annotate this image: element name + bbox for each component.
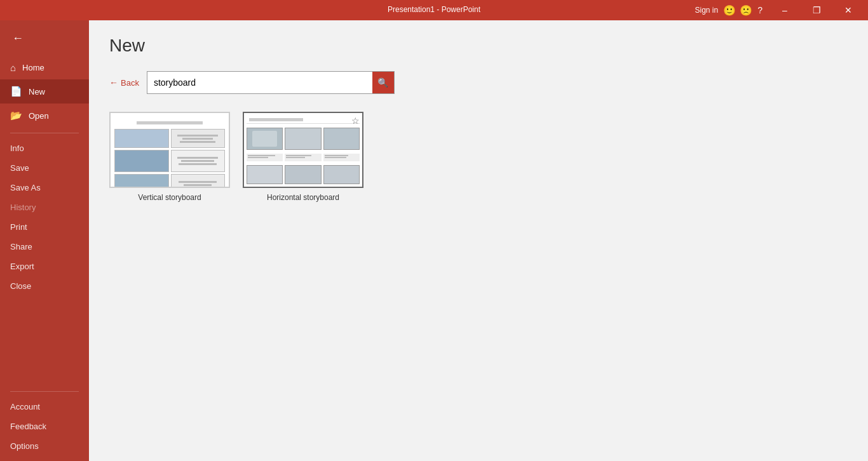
sad-face-icon[interactable]: 🙁 — [740, 4, 752, 17]
sidebar-top: ← ⌂ Home 📄 New 📂 Open Info Save — [0, 20, 89, 386]
sidebar-item-export[interactable]: Export — [0, 257, 89, 276]
sidebar-item-account[interactable]: Account — [0, 397, 89, 417]
app-title: Presentation1 - PowerPoint — [388, 5, 480, 14]
sidebar-item-print[interactable]: Print — [0, 217, 89, 237]
sidebar-item-history[interactable]: History — [0, 197, 89, 217]
sidebar-item-share[interactable]: Share — [0, 237, 89, 257]
help-button[interactable]: ? — [757, 5, 763, 15]
sidebar-item-feedback[interactable]: Feedback — [0, 417, 89, 436]
search-area: ← Back 🔍 — [109, 71, 848, 94]
search-icon: 🔍 — [377, 77, 388, 88]
app-body: ← ⌂ Home 📄 New 📂 Open Info Save — [0, 20, 868, 461]
search-input[interactable] — [147, 74, 372, 91]
horizontal-storyboard-thumbnail: ☆ — [243, 112, 363, 188]
sidebar-item-save[interactable]: Save — [0, 158, 89, 178]
window-controls: – ❐ ✕ — [770, 0, 863, 20]
sign-in-button[interactable]: Sign in — [695, 6, 719, 15]
main-content: New ← Back 🔍 — [89, 20, 868, 461]
search-box: 🔍 — [147, 71, 395, 94]
restore-button[interactable]: ❐ — [802, 0, 831, 20]
sidebar-item-save-as[interactable]: Save As — [0, 178, 89, 197]
sidebar-divider-2 — [10, 391, 79, 392]
pin-icon: ☆ — [351, 116, 360, 126]
minimize-button[interactable]: – — [770, 0, 799, 20]
sidebar-item-open-label: Open — [29, 111, 49, 121]
vertical-storyboard-label: Vertical storyboard — [138, 193, 201, 202]
sidebar-item-options[interactable]: Options — [0, 436, 89, 456]
home-icon: ⌂ — [10, 62, 16, 73]
template-card-vertical-storyboard[interactable]: Vertical storyboard — [109, 112, 230, 202]
sidebar-item-home-label: Home — [22, 63, 44, 72]
back-button-label: Back — [121, 78, 139, 88]
template-grid: Vertical storyboard — [109, 112, 848, 202]
feedback-icons: 🙂 🙁 — [723, 4, 752, 17]
sidebar-back-button[interactable]: ← — [5, 25, 31, 51]
back-button[interactable]: ← Back — [109, 77, 139, 88]
sidebar-item-close[interactable]: Close — [0, 276, 89, 296]
title-bar-right: Sign in 🙂 🙁 ? – ❐ ✕ — [695, 0, 864, 20]
sidebar-bottom: Account Feedback Options — [0, 386, 89, 461]
sidebar: ← ⌂ Home 📄 New 📂 Open Info Save — [0, 20, 89, 461]
back-arrow-icon: ← — [109, 77, 118, 88]
pin-button[interactable]: ☆ — [351, 116, 360, 126]
horizontal-storyboard-label: Horizontal storyboard — [267, 193, 339, 202]
vertical-storyboard-thumbnail — [109, 112, 230, 188]
sidebar-item-home[interactable]: ⌂ Home — [0, 56, 89, 79]
sidebar-divider-1 — [10, 133, 79, 133]
happy-face-icon[interactable]: 🙂 — [723, 4, 736, 17]
title-bar: Presentation1 - PowerPoint Sign in 🙂 🙁 ?… — [0, 0, 868, 20]
sidebar-item-new-label: New — [29, 87, 45, 97]
template-card-horizontal-storyboard[interactable]: ☆ Horizontal storyboard — [243, 112, 363, 202]
sidebar-item-info[interactable]: Info — [0, 138, 89, 158]
open-folder-icon: 📂 — [10, 110, 22, 121]
sidebar-item-new[interactable]: 📄 New — [0, 79, 89, 104]
page-title: New — [109, 36, 848, 56]
sidebar-item-open[interactable]: 📂 Open — [0, 104, 89, 128]
new-doc-icon: 📄 — [10, 86, 22, 97]
close-button[interactable]: ✕ — [834, 0, 863, 20]
back-arrow-icon: ← — [12, 32, 24, 45]
search-button[interactable]: 🔍 — [372, 72, 394, 93]
